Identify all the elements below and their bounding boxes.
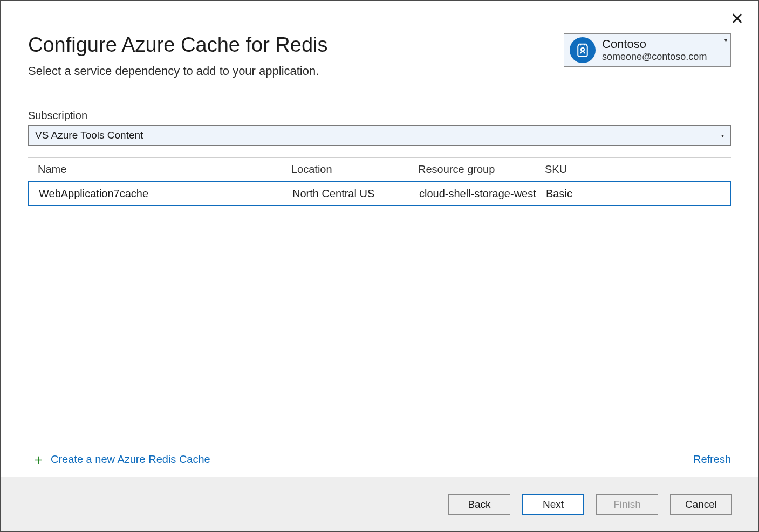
cancel-button[interactable]: Cancel — [670, 494, 732, 515]
refresh-link[interactable]: Refresh — [693, 453, 731, 466]
account-selector[interactable]: Contoso someone@contoso.com ▾ — [564, 33, 731, 67]
subscription-select[interactable]: VS Azure Tools Content ▾ — [28, 125, 731, 146]
back-button[interactable]: Back — [448, 494, 510, 515]
table-row[interactable]: WebApplication7cache North Central US cl… — [28, 181, 731, 206]
col-resource-group: Resource group — [418, 163, 545, 176]
subscription-field: Subscription VS Azure Tools Content ▾ — [28, 109, 731, 146]
subscription-label: Subscription — [28, 109, 731, 122]
account-badge-icon — [570, 37, 596, 63]
plus-icon: ＋ — [31, 452, 45, 466]
create-new-cache-link[interactable]: ＋ Create a new Azure Redis Cache — [31, 452, 210, 466]
page-title: Configure Azure Cache for Redis — [28, 33, 328, 57]
col-location: Location — [291, 163, 418, 176]
subscription-value: VS Azure Tools Content — [35, 129, 143, 141]
finish-button: Finish — [596, 494, 658, 515]
col-name: Name — [38, 163, 291, 176]
dialog: ✕ Configure Azure Cache for Redis Select… — [0, 0, 759, 532]
account-email: someone@contoso.com — [602, 51, 707, 63]
next-button[interactable]: Next — [522, 494, 584, 515]
footer-bar: Back Next Finish Cancel — [1, 477, 758, 531]
row-name: WebApplication7cache — [39, 188, 292, 200]
chevron-down-icon: ▾ — [724, 37, 727, 43]
grid-header: Name Location Resource group SKU — [28, 158, 731, 182]
cache-grid: Name Location Resource group SKU WebAppl… — [28, 157, 731, 206]
svg-point-0 — [581, 48, 584, 51]
col-sku: SKU — [545, 163, 721, 176]
account-text: Contoso someone@contoso.com — [602, 37, 707, 63]
title-block: Configure Azure Cache for Redis Select a… — [28, 33, 328, 78]
account-name: Contoso — [602, 37, 707, 51]
chevron-down-icon: ▾ — [721, 133, 724, 139]
actions-row: ＋ Create a new Azure Redis Cache Refresh — [31, 452, 731, 466]
create-new-cache-label: Create a new Azure Redis Cache — [51, 453, 210, 466]
header-row: Configure Azure Cache for Redis Select a… — [28, 33, 731, 78]
dialog-body: Configure Azure Cache for Redis Select a… — [1, 1, 758, 477]
row-sku: Basic — [546, 188, 720, 200]
row-resource-group: cloud-shell-storage-west — [419, 188, 546, 200]
page-subtitle: Select a service dependency to add to yo… — [28, 64, 328, 78]
row-location: North Central US — [292, 188, 419, 200]
